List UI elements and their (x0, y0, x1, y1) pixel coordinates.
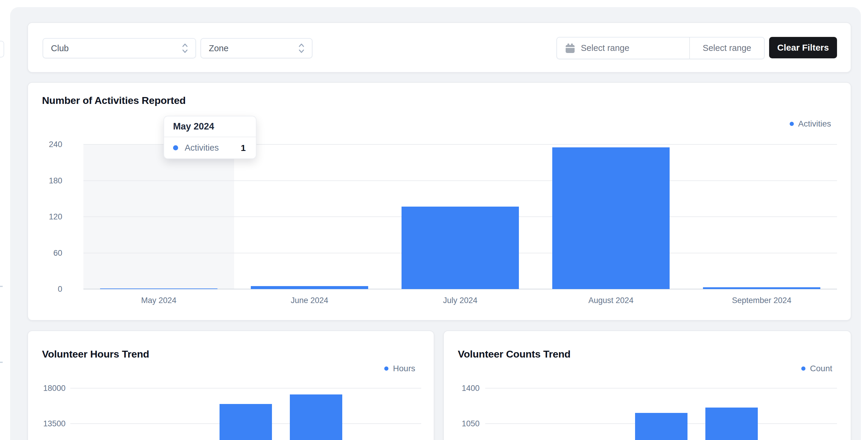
bar-slot-2[interactable] (220, 404, 272, 440)
page-edge-mark (0, 362, 3, 363)
dashboard-page: Club Zone Select range (0, 0, 868, 440)
bar-may-2024[interactable] (100, 289, 217, 289)
y-tick-label: 13500 (33, 418, 65, 429)
tooltip-title: May 2024 (164, 116, 256, 137)
hours-chart-card: Volunteer Hours Trend Hours 1800013500 (27, 331, 434, 440)
legend-dot-icon (790, 122, 794, 126)
zone-select[interactable]: Zone (200, 38, 312, 58)
bar-july-2024[interactable] (402, 207, 519, 289)
x-tick-label: May 2024 (111, 296, 207, 305)
filter-bar: Club Zone Select range (27, 22, 851, 73)
bar-slot-3[interactable] (290, 395, 342, 440)
activities-chart-card: Number of Activities Reported Activities… (27, 82, 851, 320)
tooltip-series-dot-icon (173, 145, 178, 150)
x-tick-label: September 2024 (714, 296, 809, 305)
bar-august-2024[interactable] (552, 147, 670, 289)
tooltip-series-value: 1 (241, 143, 246, 153)
club-select-label: Club (51, 43, 182, 53)
y-tick-label: 0 (30, 284, 62, 294)
y-tick-label: 180 (30, 176, 62, 186)
chart-legend: Hours (384, 364, 415, 373)
legend-label: Count (810, 364, 832, 373)
gridline (70, 388, 421, 388)
date-range-start-placeholder: Select range (581, 43, 629, 53)
x-tick-label: August 2024 (563, 296, 659, 305)
sidebar-edge-fragment (0, 41, 4, 58)
legend-label: Activities (798, 119, 831, 129)
counts-chart-card: Volunteer Counts Trend Count 14001050 (443, 331, 851, 440)
chart-title: Volunteer Hours Trend (42, 348, 149, 360)
clear-filters-button[interactable]: Clear Filters (769, 37, 837, 58)
legend-dot-icon (801, 367, 805, 371)
tooltip-series-label: Activities (185, 143, 241, 153)
y-tick-label: 60 (30, 248, 62, 258)
chart-legend: Activities (790, 119, 831, 129)
bar-june-2024[interactable] (251, 286, 368, 289)
gridline (485, 388, 837, 388)
zone-select-label: Zone (209, 43, 298, 53)
chevron-up-down-icon (182, 43, 188, 54)
bar-slot-2[interactable] (635, 413, 687, 440)
bar-september-2024[interactable] (703, 287, 820, 289)
chart-tooltip: May 2024 Activities 1 (163, 116, 256, 159)
date-range-picker: Select range Select range (556, 37, 765, 59)
page-edge-mark (0, 286, 3, 287)
legend-dot-icon (384, 367, 389, 371)
y-tick-label: 1050 (447, 418, 479, 429)
chart-title: Volunteer Counts Trend (458, 348, 570, 360)
calendar-icon (565, 43, 576, 54)
date-range-start[interactable]: Select range (557, 37, 689, 59)
y-tick-label: 120 (30, 212, 62, 222)
bar-slot-3[interactable] (705, 408, 758, 440)
legend-label: Hours (393, 364, 415, 373)
club-select[interactable]: Club (42, 38, 196, 58)
chart-legend: Count (801, 364, 832, 373)
y-tick-label: 1400 (447, 383, 479, 393)
chart-title: Number of Activities Reported (42, 95, 186, 106)
date-range-end-placeholder: Select range (703, 43, 751, 53)
tooltip-row: Activities 1 (164, 137, 256, 158)
x-tick-label: June 2024 (262, 296, 357, 305)
date-range-end[interactable]: Select range (689, 37, 764, 59)
y-tick-label: 240 (30, 139, 62, 149)
x-tick-label: July 2024 (412, 296, 508, 305)
y-tick-label: 18000 (33, 383, 65, 393)
chevron-up-down-icon (298, 43, 305, 54)
gridline (84, 180, 837, 181)
